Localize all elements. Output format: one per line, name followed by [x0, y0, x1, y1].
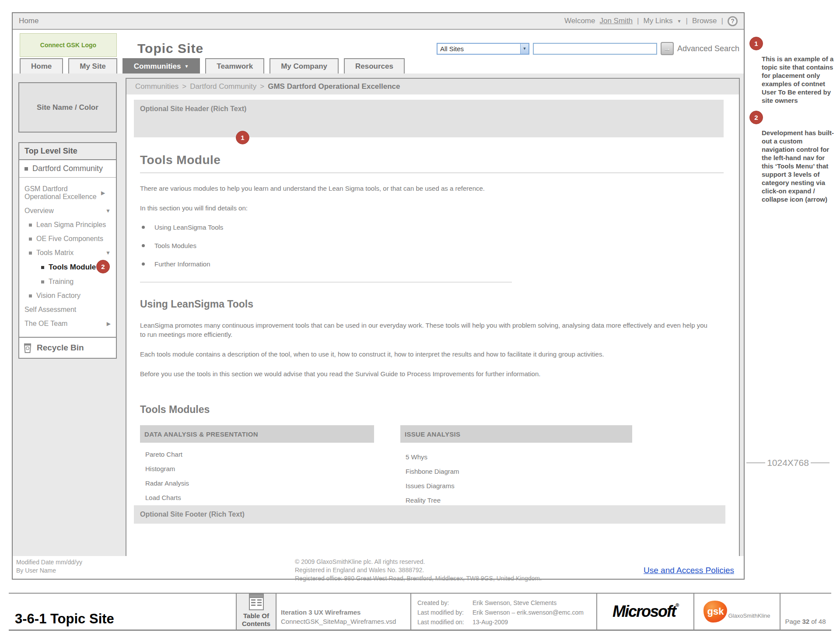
help-icon[interactable]: ? — [728, 16, 738, 26]
tool-link-load-charts[interactable]: Load Charts — [145, 494, 374, 501]
page-label: Page — [785, 618, 800, 625]
square-bullet-icon — [29, 238, 32, 241]
sidebar-item-lean-sigma-principles[interactable]: Lean Sigma Principles — [23, 218, 112, 232]
section-paragraph: LeanSigma promotes many continuous impro… — [140, 321, 713, 339]
page-number: 32 — [802, 618, 809, 625]
welcome-label: Welcome — [564, 17, 595, 25]
tab-home[interactable]: Home — [20, 58, 63, 73]
tool-link-5-whys[interactable]: 5 Whys — [406, 453, 632, 461]
sidebar-item-label: Overview — [24, 207, 101, 215]
annotation-text-1: This is an example of a topic site that … — [762, 55, 835, 105]
sidebar-item-label: OE Five Components — [36, 235, 111, 243]
intro-paragraph: There are various modules to help you le… — [140, 184, 724, 193]
last-modified-on-value: 13-Aug-2009 — [472, 617, 508, 627]
search-scope-value: All Sites — [440, 45, 464, 52]
bullet-item: Using LeanSigma Tools — [140, 224, 724, 231]
callout-badge-2: 2 — [96, 260, 110, 273]
divider — [140, 172, 724, 173]
left-sidebar: Site Name / Color Top Level Site Dartfor… — [18, 82, 117, 359]
chevron-right-icon[interactable]: ▶ — [101, 190, 105, 196]
square-bullet-icon — [41, 280, 44, 283]
chevron-down-icon[interactable]: ▼ — [677, 19, 682, 24]
search-go-button[interactable]: → — [661, 42, 674, 55]
bullet-icon — [142, 262, 145, 266]
browse-link[interactable]: Browse — [692, 17, 717, 25]
tab-resources[interactable]: Resources — [344, 58, 405, 73]
tool-link-pareto-chart[interactable]: Pareto Chart — [145, 451, 374, 458]
document-filename: ConnectGSK_SiteMap_Wireframes.vsd — [281, 617, 410, 626]
section-paragraph: Before you use the tools in this section… — [140, 369, 724, 378]
breadcrumb-communities[interactable]: Communities — [135, 82, 178, 91]
chevron-right-icon[interactable]: ▶ — [107, 321, 111, 327]
sidebar-item-label: Dartford Community — [32, 164, 103, 173]
tool-link-issues-diagrams[interactable]: Issues Diagrams — [406, 482, 632, 490]
tool-link-histogram[interactable]: Histogram — [145, 465, 374, 472]
sidebar-item-label: The OE Team — [24, 320, 102, 328]
registered-mark: ® — [676, 602, 678, 608]
sidebar-item-overview[interactable]: Overview ▼ — [23, 204, 112, 218]
copyright-block: © 2009 GlaxoSmithKline plc. All rights r… — [295, 558, 542, 583]
sidebar-item-vision-factory[interactable]: Vision Factory — [23, 289, 112, 303]
search-input[interactable] — [533, 43, 657, 55]
sidebar-item-self-assessment[interactable]: Self Assessment — [23, 303, 112, 317]
modified-date: Modified Date mm/dd/yy — [16, 558, 82, 567]
content-frame: Communities > Dartford Community > GMS D… — [126, 78, 740, 558]
drawing-title-block: 3-6-1 Topic Site Table Of Contents Itera… — [9, 593, 831, 631]
tab-my-site[interactable]: My Site — [68, 58, 117, 73]
authoring-info: Created by: Erik Swenson, Steve Clements… — [411, 594, 597, 630]
tab-my-company[interactable]: My Company — [270, 58, 339, 73]
details-bullet-list: Using LeanSigma Tools Tools Modules Furt… — [140, 224, 724, 268]
last-modified-by-label: Last modified by: — [417, 608, 472, 617]
search-scope-select[interactable]: All Sites ▼ — [437, 43, 529, 55]
square-bullet-icon — [29, 252, 32, 255]
annotation-text-2: Development has built-out a custom navig… — [762, 129, 835, 203]
copyright-line: Registered office: 980 Great West Road, … — [295, 574, 542, 583]
page-total: of 48 — [811, 618, 826, 625]
use-access-policies-link[interactable]: Use and Access Policies — [644, 566, 734, 575]
tab-communities[interactable]: Communities ▼ — [122, 58, 200, 73]
last-modified-by-value: Erik Swenson – erik.swenson@emc.com — [472, 608, 584, 617]
breadcrumb-current: GMS Dartford Operational Excellence — [268, 82, 400, 91]
last-modified-on-label: Last modified on: — [417, 617, 472, 627]
resolution-label: 1024X768 — [767, 458, 809, 468]
recycle-bin-label: Recycle Bin — [37, 343, 84, 353]
callout-badge-1: 1 — [236, 131, 249, 144]
sidebar-item-training[interactable]: Training — [23, 275, 112, 289]
chevron-down-icon[interactable]: ▼ — [105, 208, 111, 214]
bullet-item: Tools Modules — [140, 242, 724, 249]
tab-teamwork[interactable]: Teamwork — [205, 58, 264, 73]
created-by-value: Erik Swenson, Steve Clements — [472, 598, 556, 608]
resolution-marker: 1024X768 — [746, 458, 830, 468]
site-name-color-box: Site Name / Color — [18, 82, 117, 133]
bullet-item: Further Information — [140, 260, 724, 268]
home-link[interactable]: Home — [19, 17, 38, 25]
advanced-search-link[interactable]: Advanced Search — [677, 44, 739, 53]
sidebar-item-dartford-community[interactable]: Dartford Community — [19, 160, 116, 178]
sidebar-item-tools-matrix[interactable]: Tools Matrix ▼ — [23, 246, 112, 260]
tab-communities-label: Communities — [134, 62, 181, 71]
table-header: ISSUE ANALYSIS — [400, 425, 632, 443]
nav-title: Top Level Site — [19, 143, 116, 160]
sidebar-item-gsm-dartford[interactable]: GSM Dartford Operational Excellence ▶ — [23, 182, 112, 204]
section-title-using-leansigma: Using LeanSigma Tools — [140, 298, 724, 310]
recycle-bin[interactable]: Recycle Bin — [18, 338, 117, 359]
select-chevron-icon[interactable]: ▼ — [520, 44, 528, 54]
sidebar-item-label: Tools Module — [49, 263, 96, 272]
tool-link-reality-tree[interactable]: Reality Tree — [406, 497, 632, 504]
chevron-down-icon[interactable]: ▼ — [105, 250, 111, 256]
nav-list: GSM Dartford Operational Excellence ▶ Ov… — [19, 178, 116, 337]
sidebar-item-oe-five-components[interactable]: OE Five Components — [23, 232, 112, 246]
tool-link-radar-analysis[interactable]: Radar Analysis — [145, 479, 374, 487]
sidebar-item-the-oe-team[interactable]: The OE Team ▶ — [23, 317, 112, 331]
my-links-menu[interactable]: My Links — [643, 17, 672, 25]
modified-info: Modified Date mm/dd/yy By User Name — [16, 558, 82, 575]
sidebar-item-tools-module[interactable]: Tools Module 2 — [23, 260, 112, 275]
table-of-contents-button[interactable]: Table Of Contents — [237, 594, 276, 630]
bullet-label: Using LeanSigma Tools — [154, 224, 223, 231]
breadcrumb-dartford-community[interactable]: Dartford Community — [190, 82, 256, 91]
user-name-link[interactable]: Jon Smith — [599, 17, 633, 25]
tool-link-fishbone-diagram[interactable]: Fishbone Diagram — [406, 468, 632, 475]
page-title: Topic Site — [137, 41, 203, 56]
table-of-contents-icon — [249, 594, 264, 610]
optional-site-footer: Optional Site Footer (Rich Text) — [134, 505, 725, 524]
